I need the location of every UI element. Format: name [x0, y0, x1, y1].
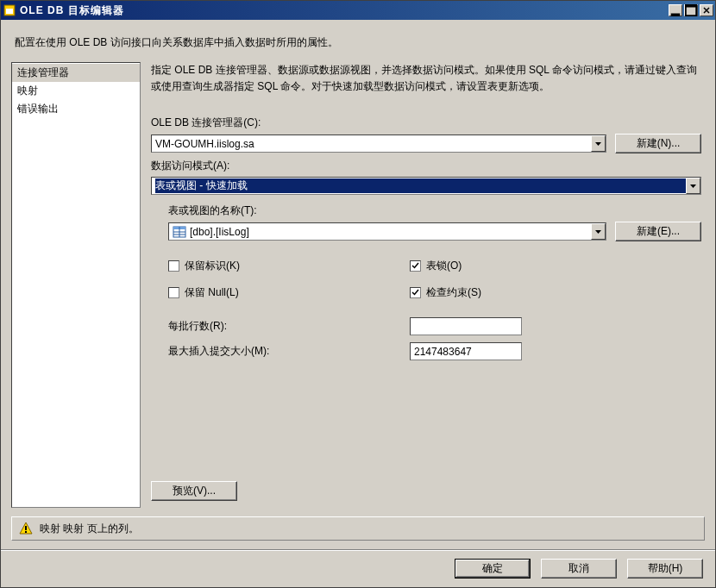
chevron-down-icon[interactable]: [591, 223, 606, 240]
content-panel: 指定 OLE DB 连接管理器、数据源或数据源视图，并选择数据访问模式。如果使用…: [148, 62, 705, 508]
keep-null-checkbox[interactable]: 保留 Null(L): [168, 285, 410, 300]
cancel-button[interactable]: 取消: [541, 559, 617, 579]
chevron-down-icon[interactable]: [591, 135, 606, 152]
ok-button[interactable]: 确定: [455, 559, 531, 579]
titlebar[interactable]: OLE DB 目标编辑器: [1, 1, 715, 20]
app-icon: [3, 3, 16, 17]
access-mode-value: 表或视图 - 快速加载: [155, 178, 686, 193]
table-icon: [173, 226, 186, 238]
checkbox-icon: [168, 260, 179, 272]
connection-manager-value: VM-GOUMH.iislog.sa: [155, 138, 591, 150]
sidebar-item-error-output[interactable]: 错误输出: [12, 100, 140, 118]
table-name-label: 表或视图的名称(T):: [168, 203, 701, 218]
warning-icon: [19, 522, 33, 535]
chevron-down-icon[interactable]: [686, 178, 700, 194]
status-message: 映射 映射 页上的列。: [40, 522, 139, 536]
checkbox-icon: [410, 260, 421, 272]
main-area: 连接管理器 映射 错误输出 指定 OLE DB 连接管理器、数据源或数据源视图，…: [11, 62, 705, 508]
max-insert-commit-label: 最大插入提交大小(M):: [168, 344, 410, 359]
connection-manager-combo[interactable]: VM-GOUMH.iislog.sa: [151, 134, 606, 153]
access-mode-label: 数据访问模式(A):: [151, 159, 701, 173]
svg-rect-1: [6, 9, 13, 14]
check-constraints-label: 检查约束(S): [426, 285, 481, 300]
keep-identity-checkbox[interactable]: 保留标识(K): [168, 259, 410, 273]
max-insert-commit-input[interactable]: [410, 342, 522, 360]
button-bar: 确定 取消 帮助(H): [1, 549, 715, 587]
rows-per-batch-input[interactable]: [410, 317, 522, 335]
table-name-combo[interactable]: [dbo].[IisLog]: [168, 222, 606, 241]
sidebar-item-label: 连接管理器: [17, 66, 69, 78]
sidebar-item-mappings[interactable]: 映射: [12, 82, 140, 100]
svg-rect-2: [671, 14, 681, 17]
preview-button[interactable]: 预览(V)...: [151, 481, 237, 501]
keep-identity-label: 保留标识(K): [185, 259, 240, 273]
window-controls: [669, 4, 713, 16]
sidebar-item-label: 错误输出: [17, 103, 59, 115]
fastload-subpanel: 表或视图的名称(T): [dbo].[IisLog] 新建(E)...: [168, 203, 701, 367]
keep-null-label: 保留 Null(L): [185, 285, 239, 300]
new-connection-button[interactable]: 新建(N)...: [615, 134, 701, 153]
sidebar[interactable]: 连接管理器 映射 错误输出: [11, 62, 141, 508]
table-lock-checkbox[interactable]: 表锁(O): [410, 259, 651, 273]
svg-rect-11: [25, 531, 27, 533]
new-table-button[interactable]: 新建(E)...: [615, 222, 701, 241]
close-button[interactable]: [700, 4, 713, 16]
dialog-description: 配置在使用 OLE DB 访问接口向关系数据库中插入数据时所用的属性。: [11, 30, 705, 62]
svg-rect-4: [685, 4, 697, 8]
minimize-button[interactable]: [669, 4, 682, 16]
access-mode-combo[interactable]: 表或视图 - 快速加载: [151, 177, 701, 195]
check-constraints-checkbox[interactable]: 检查约束(S): [410, 285, 651, 300]
status-bar: 映射 映射 页上的列。: [11, 516, 705, 541]
connection-manager-label: OLE DB 连接管理器(C):: [151, 116, 701, 130]
table-name-value: [dbo].[IisLog]: [190, 226, 591, 238]
instruction-text: 指定 OLE DB 连接管理器、数据源或数据源视图，并选择数据访问模式。如果使用…: [151, 62, 701, 95]
sidebar-item-label: 映射: [17, 84, 38, 97]
dialog-window: OLE DB 目标编辑器 配置在使用 OLE DB 访问接口向关系数据库中插入数…: [0, 0, 716, 588]
window-title: OLE DB 目标编辑器: [20, 3, 669, 18]
table-lock-label: 表锁(O): [426, 259, 462, 273]
maximize-button[interactable]: [684, 4, 698, 16]
checkbox-icon: [168, 287, 179, 298]
sidebar-item-connection-manager[interactable]: 连接管理器: [12, 64, 140, 82]
dialog-body: 配置在使用 OLE DB 访问接口向关系数据库中插入数据时所用的属性。 连接管理…: [1, 20, 715, 549]
svg-rect-10: [25, 526, 27, 530]
checkbox-icon: [410, 287, 421, 298]
help-button[interactable]: 帮助(H): [627, 559, 703, 579]
rows-per-batch-label: 每批行数(R):: [168, 319, 410, 334]
